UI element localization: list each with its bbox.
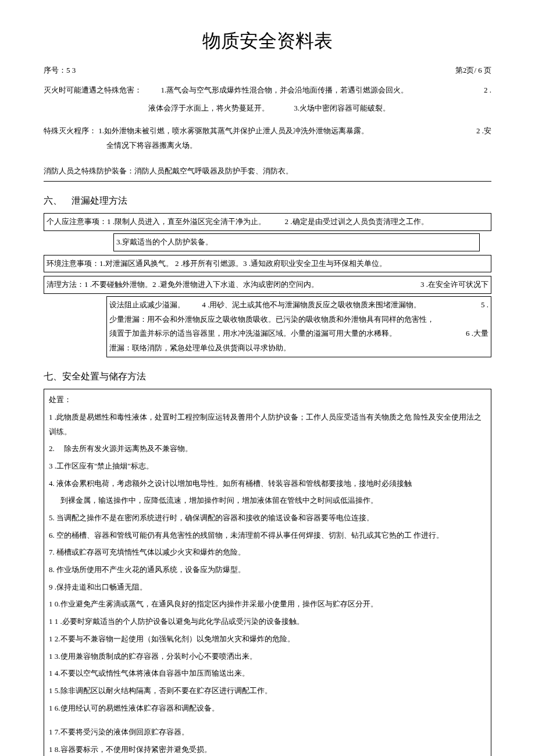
handling-18: 1 8.容器要标示，不使用时保持紧密并避免受损。 xyxy=(49,743,486,756)
handling-label: 处置： xyxy=(49,393,486,408)
fire-hazard-1: 1.蒸气会与空气形成爆炸性混合物，并会沿地面传播，若遇引燃源会回火。 xyxy=(161,86,409,94)
page-title: 物质安全资料表 xyxy=(44,23,491,59)
fire-hazard-label: 灭火时可能遭遇之特殊危害： xyxy=(44,86,142,94)
special-proc-label: 特殊灭火程序： xyxy=(44,126,97,135)
cleanup-c4: 泄漏：联络消防，紧急处理单位及供货商以寻求协助。 xyxy=(109,341,488,356)
fire-hazard-2-marker: 2 . xyxy=(484,83,491,98)
fire-hazard-line1: 灭火时可能遭遇之特殊危害： 1.蒸气会与空气形成爆炸性混合物，并会沿地面传播，若… xyxy=(44,83,491,98)
handling-2: 2. 除去所有发火源并远离热及不兼容物。 xyxy=(49,442,486,457)
handling-6: 6. 空的桶槽、容器和管线可能仍有具危害性的残留物，未清理前不得从事任何焊接、切… xyxy=(49,528,486,544)
cleanup-c1c: 5 . xyxy=(481,298,488,313)
handling-4b: 到裸金属，输送操作中，应降低流速，增加操作时间，增加液体留在管线中之时间或低温操… xyxy=(49,494,486,509)
handling-5: 5. 当调配之操作不是在密闭系统进行时，确保调配的容器和接收的输送设备和容器要等… xyxy=(49,511,486,526)
handling-12: 1 2.不要与不兼容物一起使用（如强氧化剂）以免增加火灾和爆炸的危险。 xyxy=(49,632,486,647)
environment-precaution: 环境注意事项：1.对泄漏区通风换气。 2 .移开所有引燃源。3 .通知政府职业安… xyxy=(47,259,387,268)
cleanup-box-1: 清理方法：1 .不要碰触外泄物。2 .避免外泄物进入下水道、水沟或密闭的空间内。… xyxy=(44,276,491,294)
handling-10: 1 0.作业避免产生雾滴或蒸气，在通风良好的指定区内操作并采最小使量用，操作区与… xyxy=(49,597,486,612)
fire-hazard-2b: 液体会浮于水面上，将火势蔓延开。 xyxy=(148,104,269,112)
handling-7: 7. 桶槽或贮存器可充填惰性气体以减少火灾和爆炸的危险。 xyxy=(49,545,486,560)
section-6-heading: 六、 泄漏处理方法 xyxy=(44,192,491,210)
header-row: 序号：5 3 第2页/ 6 页 xyxy=(44,63,491,78)
cleanup-c3a: 须置于加盖并标示的适当容器里，用水冲洗溢漏区域。小量的溢漏可用大量的水稀释。 xyxy=(109,326,397,341)
handling-13: 1 3.使用兼容物质制成的贮存容器，分装时小心不要喷洒出来。 xyxy=(49,649,486,665)
handling-4a: 4. 液体会累积电荷，考虑额外之设计以增加电导性。如所有桶槽、转装容器和管线都要… xyxy=(49,477,486,492)
cleanup-c3b: 6 .大量 xyxy=(466,326,488,341)
cleanup-detail-box: 设法阻止或减少溢漏。 4 .用砂、泥土或其他不与泄漏物质反应之吸收物质来围堵泄漏… xyxy=(106,296,491,357)
handling-1: 1 .此物质是易燃性和毒性液体，处置时工程控制应运转及善用个人防护设备；工作人员… xyxy=(49,410,486,439)
handling-15: 1 5.除非调配区以耐火结构隔离，否则不要在贮存区进行调配工作。 xyxy=(49,684,486,699)
special-proc-line1: 特殊灭火程序： 1.如外泄物未被引燃，喷水雾驱散其蒸气并保护止泄人员及冲洗外泄物… xyxy=(44,124,491,139)
special-proc-line2: 全情况下将容器搬离火场。 xyxy=(106,139,491,153)
fire-hazard-line2: 液体会浮于水面上，将火势蔓延开。 3.火场中密闭容器可能破裂。 xyxy=(148,101,491,116)
handling-16: 1 6.使用经认可的易燃性液体贮存容器和调配设备。 xyxy=(49,701,486,716)
serial-number: 序号：5 3 xyxy=(44,63,76,78)
handling-3: 3 .工作区应有"禁止抽烟"标志。 xyxy=(49,459,486,474)
handling-14: 1 4.不要以空气或惰性气体将液体自容器中加压而输送出来。 xyxy=(49,666,486,682)
firefighter-equip: 消防人员之特殊防护装备：消防人员配戴空气呼吸器及防护手套、消防衣。 xyxy=(44,164,491,182)
special-proc-1: 1.如外泄物未被引燃，喷水雾驱散其蒸气并保护止泄人员及冲洗外泄物远离暴露。 xyxy=(98,126,369,135)
special-proc-2a: 2 .安 xyxy=(476,124,491,139)
handling-8: 8. 作业场所使用不产生火花的通风系统，设备应为防爆型。 xyxy=(49,563,486,578)
cleanup-b: 3 .在安全许可状况下 xyxy=(420,278,488,292)
handling-9: 9 .保持走道和出口畅通无阻。 xyxy=(49,580,486,595)
personal-precaution-box-2: 3.穿戴适当的个人防护装备。 xyxy=(113,233,480,251)
section-7-heading: 七、安全处置与储存方法 xyxy=(44,368,491,385)
personal-precaution-1a: 个人应注意事项：1 .限制人员进入，直至外溢区完全清干净为止。 xyxy=(47,217,266,226)
page-number: 第2页/ 6 页 xyxy=(455,63,491,78)
cleanup-a: 清理方法：1 .不要碰触外泄物。2 .避免外泄物进入下水道、水沟或密闭的空间内。 xyxy=(47,278,319,292)
fire-hazard-3: 3.火场中密闭容器可能破裂。 xyxy=(294,104,390,112)
handling-17: 1 7.不要将受污染的液体倒回原贮存容器。 xyxy=(49,725,486,740)
personal-precaution-2: 3.穿戴适当的个人防护装备。 xyxy=(116,237,213,246)
personal-precaution-box-1: 个人应注意事项：1 .限制人员进入，直至外溢区完全清干净为止。 2 .确定是由受… xyxy=(44,213,491,231)
special-proc-2b: 全情况下将容器搬离火场。 xyxy=(106,141,197,150)
cleanup-c1b: 4 .用砂、泥土或其他不与泄漏物质反应之吸收物质来围堵泄漏物。 xyxy=(202,300,421,309)
cleanup-c1a: 设法阻止或减少溢漏。 xyxy=(109,300,185,309)
handling-11: 1 1 .必要时穿戴适当的个人防护设备以避免与此化学品或受污染的设备接触。 xyxy=(49,615,486,630)
environment-precaution-box: 环境注意事项：1.对泄漏区通风换气。 2 .移开所有引燃源。3 .通知政府职业安… xyxy=(44,255,491,273)
personal-precaution-1b: 2 .确定是由受过训之人员负责清理之工作。 xyxy=(285,217,429,226)
handling-storage-box: 处置： 1 .此物质是易燃性和毒性液体，处置时工程控制应运转及善用个人防护设备；… xyxy=(44,389,491,756)
cleanup-c2: 少量泄漏：用不会和外泄物反应之吸收物质吸收。已污染的吸收物质和外泄物具有同样的危… xyxy=(109,313,488,327)
